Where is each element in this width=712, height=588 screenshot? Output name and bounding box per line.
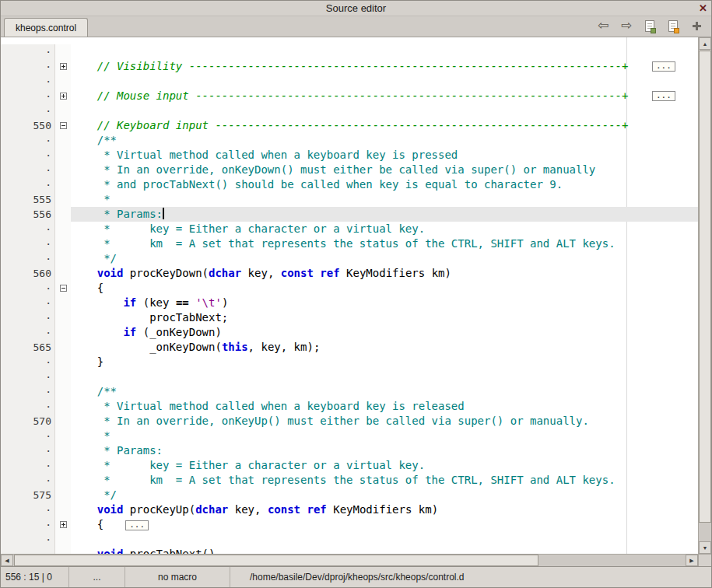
fold-gutter-cell[interactable] — [55, 59, 71, 74]
code-line[interactable]: · * km = A set that represents the statu… — [1, 236, 698, 251]
code-line[interactable]: · * Params: — [1, 443, 698, 458]
code-line[interactable]: · */ — [1, 251, 698, 266]
code-line[interactable]: · * — [1, 429, 698, 443]
line-number-cell[interactable]: 560 — [1, 266, 55, 281]
code-text[interactable]: // Keyboard input ----------------------… — [71, 118, 698, 133]
line-number-cell[interactable]: · — [1, 325, 55, 340]
line-number-cell[interactable]: · — [1, 44, 55, 59]
code-text[interactable]: * km = A set that represents the status … — [71, 473, 698, 488]
line-number-cell[interactable]: · — [1, 133, 55, 148]
line-number-cell[interactable]: · — [1, 502, 55, 517]
code-line[interactable]: 565 _onKeyDown(this, key, km); — [1, 340, 698, 355]
line-number-cell[interactable]: · — [1, 517, 55, 532]
code-text[interactable]: {... — [71, 517, 698, 532]
code-line[interactable]: · * and procTabNext() should be called w… — [1, 177, 698, 192]
code-text[interactable]: } — [71, 355, 698, 369]
code-text[interactable]: void procTabNext() — [71, 547, 698, 554]
line-number-cell[interactable]: · — [1, 59, 55, 74]
code-line[interactable]: · /** — [1, 384, 698, 399]
code-text[interactable]: * In an override, onKeyDown() must eithe… — [71, 163, 698, 177]
code-line[interactable]: · { — [1, 281, 698, 296]
code-text[interactable]: * Virtual method called when a keyboard … — [71, 399, 698, 414]
line-number-cell[interactable]: · — [1, 222, 55, 236]
code-text[interactable]: /** — [71, 384, 698, 399]
line-number-cell[interactable]: · — [1, 177, 55, 192]
code-line[interactable]: 575 */ — [1, 488, 698, 502]
code-text[interactable] — [71, 532, 698, 547]
code-line[interactable]: · — [1, 74, 698, 89]
fold-plus-icon[interactable] — [60, 521, 67, 528]
code-line[interactable]: · * In an override, onKeyDown() must eit… — [1, 163, 698, 177]
line-number-cell[interactable]: · — [1, 236, 55, 251]
code-line[interactable]: · — [1, 369, 698, 384]
line-number-cell[interactable]: · — [1, 148, 55, 163]
line-number-cell[interactable]: 550 — [1, 118, 55, 133]
document-button-1[interactable] — [640, 16, 659, 35]
fold-gutter-cell[interactable] — [55, 517, 71, 532]
line-number-cell[interactable]: · — [1, 443, 55, 458]
code-line[interactable]: 560 void procKeyDown(dchar key, const re… — [1, 266, 698, 281]
code-line[interactable]: · {... — [1, 517, 698, 532]
code-text[interactable]: _onKeyDown(this, key, km); — [71, 340, 698, 355]
code-text[interactable]: procTabNext; — [71, 310, 698, 325]
close-icon[interactable]: ✕ — [699, 2, 707, 16]
code-text[interactable]: */ — [71, 251, 698, 266]
window-titlebar[interactable]: Source editor ✕ — [1, 1, 711, 16]
code-text[interactable]: * key = Either a character or a virtual … — [71, 458, 698, 473]
code-line[interactable]: · — [1, 532, 698, 547]
code-region[interactable]: ·· // Visibility -----------------------… — [1, 37, 698, 554]
code-text[interactable]: void procKeyDown(dchar key, const ref Ke… — [71, 266, 698, 281]
code-line[interactable]: · — [1, 44, 698, 59]
code-text[interactable]: * Params: — [71, 443, 698, 458]
line-number-cell[interactable]: · — [1, 310, 55, 325]
code-text[interactable] — [71, 44, 698, 59]
code-line[interactable]: · * km = A set that represents the statu… — [1, 473, 698, 488]
vertical-scrollbar-track[interactable] — [699, 50, 711, 541]
line-number-cell[interactable]: · — [1, 399, 55, 414]
line-number-cell[interactable]: · — [1, 547, 55, 554]
line-number-cell[interactable]: 556 — [1, 207, 55, 222]
nav-forward-button[interactable]: ⇨ — [617, 16, 636, 35]
scroll-down-button[interactable]: ▼ — [699, 541, 711, 554]
horizontal-scrollbar-track[interactable] — [13, 555, 686, 566]
code-line[interactable]: · if (_onKeyDown) — [1, 325, 698, 340]
line-number-cell[interactable]: · — [1, 281, 55, 296]
horizontal-scrollbar[interactable]: ◀ ▶ — [1, 555, 698, 566]
fold-minus-icon[interactable] — [60, 285, 67, 292]
line-number-cell[interactable]: · — [1, 458, 55, 473]
line-number-cell[interactable]: · — [1, 473, 55, 488]
tab-kheops-control[interactable]: kheops.control — [4, 18, 88, 37]
document-button-2[interactable] — [664, 16, 682, 35]
code-line[interactable]: · void procKeyUp(dchar key, const ref Ke… — [1, 502, 698, 517]
fold-gutter-cell[interactable] — [55, 89, 71, 103]
line-number-cell[interactable]: 575 — [1, 488, 55, 502]
collapsed-fold-box[interactable]: ... — [652, 91, 675, 101]
code-line[interactable]: · * Virtual method called when a keyboar… — [1, 148, 698, 163]
vertical-scrollbar[interactable]: ▲ ▼ — [698, 37, 711, 554]
code-text[interactable]: * In an override, onKeyUp() must either … — [71, 414, 698, 429]
code-text[interactable]: if (_onKeyDown) — [71, 325, 698, 340]
scroll-right-button[interactable]: ▶ — [686, 555, 698, 566]
code-text[interactable]: * — [71, 429, 698, 443]
code-text[interactable]: * and procTabNext() should be called whe… — [71, 177, 698, 192]
code-line[interactable]: 550 // Keyboard input ------------------… — [1, 118, 698, 133]
line-number-cell[interactable]: · — [1, 103, 55, 118]
code-line[interactable]: · if (key == '\t') — [1, 296, 698, 310]
code-line[interactable]: · } — [1, 355, 698, 369]
code-text[interactable]: * — [71, 192, 698, 207]
line-number-cell[interactable]: · — [1, 251, 55, 266]
code-text[interactable]: */ — [71, 488, 698, 502]
detach-button[interactable] — [687, 16, 706, 35]
code-line[interactable]: · void procTabNext() — [1, 547, 698, 554]
code-text[interactable]: // Mouse input -------------------------… — [71, 89, 698, 103]
fold-plus-icon[interactable] — [60, 93, 67, 100]
code-text[interactable] — [71, 369, 698, 384]
scroll-left-button[interactable]: ◀ — [1, 555, 13, 566]
line-number-cell[interactable]: 565 — [1, 340, 55, 355]
fold-plus-icon[interactable] — [60, 63, 67, 70]
line-number-cell[interactable]: 555 — [1, 192, 55, 207]
line-number-cell[interactable]: · — [1, 296, 55, 310]
vertical-scrollbar-thumb[interactable] — [699, 51, 711, 523]
scroll-up-button[interactable]: ▲ — [699, 37, 711, 50]
line-number-cell[interactable]: 570 — [1, 414, 55, 429]
